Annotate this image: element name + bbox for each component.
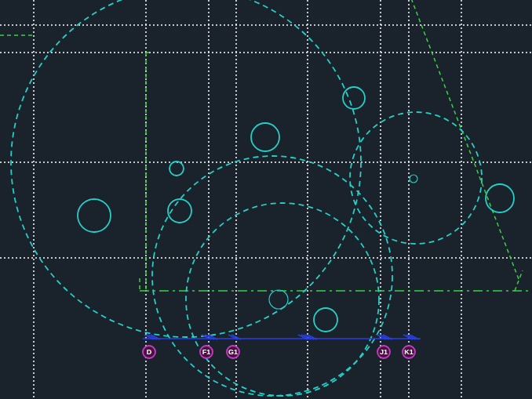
marker-G1[interactable]: G1 bbox=[227, 346, 239, 358]
svg-text:D: D bbox=[147, 348, 152, 356]
svg-point-22 bbox=[350, 112, 482, 244]
svg-point-27 bbox=[343, 87, 365, 109]
svg-line-17 bbox=[409, 0, 519, 279]
drawing-canvas[interactable]: D F1 G1 J1 K1 bbox=[0, 0, 532, 399]
svg-text:J1: J1 bbox=[380, 348, 388, 356]
marker-D[interactable]: D bbox=[143, 346, 155, 358]
marker-F1[interactable]: F1 bbox=[200, 346, 213, 358]
marker-K1[interactable]: K1 bbox=[403, 346, 415, 358]
svg-point-28 bbox=[269, 290, 288, 309]
svg-point-21 bbox=[152, 156, 392, 396]
svg-text:G1: G1 bbox=[228, 348, 238, 356]
svg-point-23 bbox=[78, 199, 111, 232]
marker-J1[interactable]: J1 bbox=[377, 346, 390, 358]
svg-point-30 bbox=[410, 175, 417, 183]
svg-line-18 bbox=[515, 270, 523, 291]
grid-markers-layer: D F1 G1 J1 K1 bbox=[143, 346, 415, 358]
svg-point-31 bbox=[486, 184, 514, 212]
svg-point-29 bbox=[314, 308, 337, 332]
construction-layer bbox=[0, 0, 532, 291]
svg-text:K1: K1 bbox=[404, 348, 414, 356]
svg-point-19 bbox=[11, 0, 361, 337]
svg-point-26 bbox=[251, 123, 279, 151]
solid-circles-layer bbox=[78, 87, 514, 332]
svg-point-24 bbox=[169, 161, 184, 176]
svg-text:F1: F1 bbox=[202, 348, 211, 356]
